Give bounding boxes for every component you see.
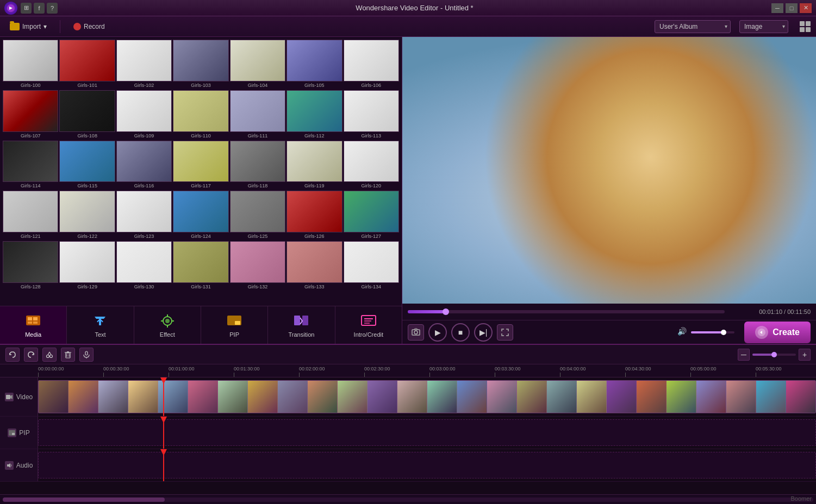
voiceover-button[interactable]: [79, 348, 94, 362]
media-item-Girls-117[interactable]: Girls-117: [173, 141, 228, 190]
close-button[interactable]: ✕: [800, 3, 812, 13]
media-item-Girls-109[interactable]: Girls-109: [116, 90, 172, 140]
play-button[interactable]: ▶: [428, 323, 447, 342]
tab-pip[interactable]: PIP: [201, 306, 268, 344]
video-frame: [248, 381, 278, 413]
delete-button[interactable]: [61, 348, 75, 362]
thumb-label: Girls-104: [230, 81, 285, 89]
import-button[interactable]: Import ▾: [5, 21, 51, 33]
thumb-label: Girls-124: [173, 232, 228, 240]
media-item-Girls-106[interactable]: Girls-106: [344, 40, 399, 89]
tab-media[interactable]: Media: [0, 306, 67, 344]
volume-handle[interactable]: [721, 330, 726, 335]
media-item-Girls-124[interactable]: Girls-124: [173, 191, 228, 240]
maximize-button[interactable]: □: [786, 3, 798, 13]
zoom-slider[interactable]: [752, 354, 796, 356]
media-item-Girls-125[interactable]: Girls-125: [230, 191, 285, 240]
type-select[interactable]: Image Video Audio All: [739, 20, 788, 33]
media-item-Girls-104[interactable]: Girls-104: [230, 40, 285, 89]
media-item-Girls-123[interactable]: Girls-123: [116, 191, 172, 240]
thumb-label: Girls-123: [116, 232, 172, 240]
media-item-Girls-126[interactable]: Girls-126: [286, 191, 342, 240]
volume-slider[interactable]: [691, 331, 734, 333]
media-item-Girls-133[interactable]: Girls-133: [286, 241, 342, 291]
media-item-Girls-114[interactable]: Girls-114: [3, 141, 58, 190]
next-frame-button[interactable]: ▶|: [474, 323, 493, 342]
media-item-Girls-119[interactable]: Girls-119: [286, 141, 342, 190]
progress-bar[interactable]: [408, 310, 725, 313]
media-item-Girls-130[interactable]: Girls-130: [116, 241, 172, 291]
media-item-Girls-129[interactable]: Girls-129: [59, 241, 115, 291]
video-track-name: Video: [16, 393, 33, 401]
media-item-Girls-127[interactable]: Girls-127: [344, 191, 399, 240]
thumb-bg: [231, 191, 285, 232]
media-item-Girls-112[interactable]: Girls-112: [286, 90, 342, 140]
minimize-button[interactable]: ─: [771, 3, 783, 13]
media-item-Girls-101[interactable]: Girls-101: [59, 40, 115, 89]
video-track-content[interactable]: [38, 377, 816, 416]
progress-handle[interactable]: [443, 308, 449, 315]
thumb-label: Girls-108: [59, 132, 115, 140]
media-item-Girls-115[interactable]: Girls-115: [59, 141, 115, 190]
media-item-Girls-121[interactable]: Girls-121: [3, 191, 58, 240]
undo-button[interactable]: [5, 348, 20, 362]
thumb-bg: [173, 242, 228, 282]
thumb-bg: [173, 91, 228, 131]
svg-rect-16: [362, 316, 376, 325]
tab-effect[interactable]: Effect: [134, 306, 201, 344]
media-item-Girls-128[interactable]: Girls-128: [3, 241, 58, 291]
thumb-bg: [231, 141, 285, 182]
zoom-handle[interactable]: [771, 352, 777, 357]
media-item-Girls-120[interactable]: Girls-120: [344, 141, 399, 190]
social-icon-1[interactable]: f: [34, 3, 45, 14]
view-grid-icon[interactable]: [800, 21, 811, 32]
media-item-Girls-134[interactable]: Girls-134: [344, 241, 399, 291]
timeline-scroll-thumb[interactable]: [3, 497, 165, 502]
ruler-tick: [756, 373, 756, 377]
svg-rect-3: [33, 317, 38, 320]
video-frame: [786, 381, 816, 413]
stop-button[interactable]: ■: [451, 323, 470, 342]
media-item-Girls-131[interactable]: Girls-131: [173, 241, 228, 291]
media-item-Girls-108[interactable]: Girls-108: [59, 90, 115, 140]
media-item-Girls-113[interactable]: Girls-113: [344, 90, 399, 140]
video-frame: [457, 381, 487, 413]
help-icon[interactable]: ?: [47, 3, 58, 14]
zoom-in-button[interactable]: +: [799, 349, 811, 361]
media-item-Girls-111[interactable]: Girls-111: [230, 90, 285, 140]
media-item-Girls-132[interactable]: Girls-132: [230, 241, 285, 291]
app: ⊞ f ? Wondershare Video Editor - Untitle…: [0, 0, 816, 504]
redo-button[interactable]: [24, 348, 38, 362]
system-icon-1[interactable]: ⊞: [21, 3, 32, 14]
album-select[interactable]: User's Album My Album All Media: [655, 20, 731, 33]
record-button[interactable]: Record: [69, 21, 109, 33]
create-button[interactable]: Create: [744, 322, 811, 343]
playhead[interactable]: [163, 377, 164, 416]
tab-intro[interactable]: Intro/Credit: [335, 306, 402, 344]
timeline-tracks[interactable]: Video: [0, 377, 816, 494]
media-item-Girls-118[interactable]: Girls-118: [230, 141, 285, 190]
thumb-label: Girls-130: [116, 283, 172, 291]
media-item-Girls-110[interactable]: Girls-110: [173, 90, 228, 140]
audio-track-content[interactable]: [38, 449, 816, 481]
cut-button[interactable]: [42, 348, 57, 362]
media-item-Girls-116[interactable]: Girls-116: [116, 141, 172, 190]
media-item-Girls-122[interactable]: Girls-122: [59, 191, 115, 240]
media-scroll-area[interactable]: Girls-100 Girls-101 Girls-102 Girls-103 …: [0, 37, 402, 306]
thumb-image: [116, 90, 172, 132]
media-item-Girls-100[interactable]: Girls-100: [3, 40, 58, 89]
media-item-Girls-102[interactable]: Girls-102: [116, 40, 172, 89]
tab-text-label: Text: [95, 331, 105, 338]
fullscreen-button[interactable]: [497, 324, 513, 341]
tab-text[interactable]: Text: [67, 306, 134, 344]
media-item-Girls-105[interactable]: Girls-105: [286, 40, 342, 89]
screenshot-button[interactable]: [408, 324, 424, 341]
zoom-out-button[interactable]: ─: [738, 349, 750, 361]
ruler-mark: 00:01:00:00: [169, 366, 234, 377]
media-item-Girls-107[interactable]: Girls-107: [3, 90, 58, 140]
folder-icon: [10, 23, 20, 30]
pip-track-content[interactable]: [38, 417, 816, 449]
timeline-scroll-track[interactable]: [3, 497, 813, 502]
media-item-Girls-103[interactable]: Girls-103: [173, 40, 228, 89]
tab-transition[interactable]: Transition: [268, 306, 335, 344]
